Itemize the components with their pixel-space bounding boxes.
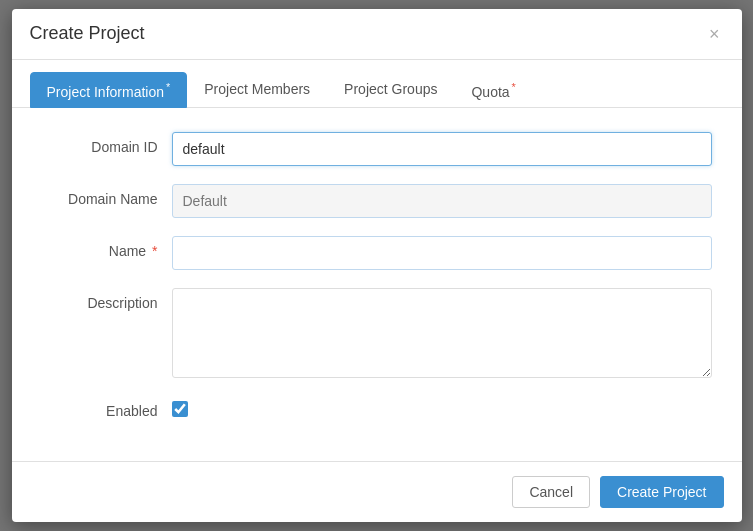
modal-body: Domain ID Domain Name Name * Description xyxy=(12,108,742,461)
tab-project-information[interactable]: Project Information* xyxy=(30,72,188,109)
domain-name-input[interactable] xyxy=(172,184,712,218)
modal-tabs: Project Information* Project Members Pro… xyxy=(12,60,742,109)
name-required-star: * xyxy=(148,243,157,259)
label-description: Description xyxy=(42,288,172,311)
cancel-button[interactable]: Cancel xyxy=(512,476,590,508)
tab-project-members-label: Project Members xyxy=(204,81,310,97)
tab-quota[interactable]: Quota* xyxy=(454,72,532,109)
modal-footer: Cancel Create Project xyxy=(12,461,742,522)
modal-title: Create Project xyxy=(30,23,145,44)
label-domain-name: Domain Name xyxy=(42,184,172,207)
modal-overlay: Create Project × Project Information* Pr… xyxy=(0,0,753,531)
create-project-button[interactable]: Create Project xyxy=(600,476,723,508)
label-name: Name * xyxy=(42,236,172,259)
form-row-domain-id: Domain ID xyxy=(42,132,712,166)
create-project-modal: Create Project × Project Information* Pr… xyxy=(12,9,742,523)
form-row-name: Name * xyxy=(42,236,712,270)
label-domain-id: Domain ID xyxy=(42,132,172,155)
tab-project-groups-label: Project Groups xyxy=(344,81,437,97)
domain-id-input[interactable] xyxy=(172,132,712,166)
tab-project-groups[interactable]: Project Groups xyxy=(327,72,454,109)
form-row-enabled: Enabled xyxy=(42,396,712,419)
tab-quota-label: Quota xyxy=(471,83,509,99)
description-textarea[interactable] xyxy=(172,288,712,378)
label-enabled: Enabled xyxy=(42,396,172,419)
enabled-checkbox-container xyxy=(172,396,188,417)
tab-project-members[interactable]: Project Members xyxy=(187,72,327,109)
name-input[interactable] xyxy=(172,236,712,270)
tab-quota-required: * xyxy=(512,81,516,93)
enabled-checkbox[interactable] xyxy=(172,401,188,417)
tab-project-information-required: * xyxy=(166,81,170,93)
form-row-domain-name: Domain Name xyxy=(42,184,712,218)
modal-header: Create Project × xyxy=(12,9,742,60)
modal-close-button[interactable]: × xyxy=(705,23,724,45)
form-row-description: Description xyxy=(42,288,712,378)
tab-project-information-label: Project Information xyxy=(47,83,165,99)
